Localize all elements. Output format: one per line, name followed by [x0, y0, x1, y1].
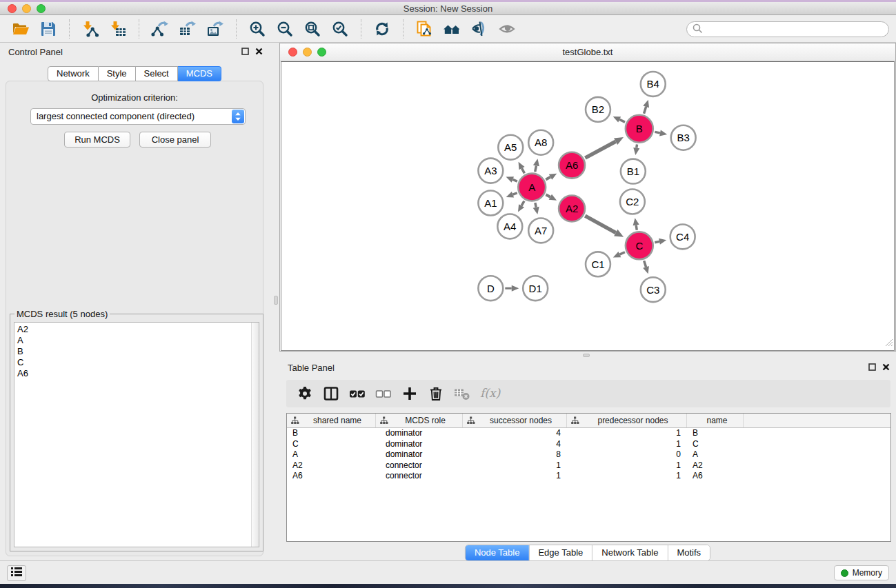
zoom-out-button[interactable]	[273, 18, 297, 40]
zoom-fit-button[interactable]	[301, 18, 324, 40]
graph-node[interactable]: A4	[497, 214, 522, 239]
table-cell[interactable]: A6	[287, 471, 376, 482]
graph-node[interactable]: C3	[641, 277, 666, 302]
table-cell[interactable]: dominator	[376, 428, 463, 439]
table-cell[interactable]: dominator	[376, 439, 463, 450]
graph-node[interactable]: B3	[671, 125, 696, 150]
table-cell[interactable]: A	[687, 449, 744, 460]
tab-node-table[interactable]: Node Table	[466, 545, 529, 560]
result-list-item[interactable]: A	[17, 335, 259, 346]
resize-grip-icon[interactable]	[885, 337, 893, 349]
nested-networks-button[interactable]	[440, 18, 464, 40]
graph-node[interactable]: A5	[498, 135, 523, 160]
show-all-button[interactable]	[495, 18, 519, 40]
graph-node[interactable]: A2	[559, 196, 585, 222]
open-folder-button[interactable]	[9, 18, 32, 40]
graph-node[interactable]: B1	[621, 159, 646, 184]
deselect-all-rows-button[interactable]	[373, 383, 394, 404]
table-cell[interactable]: A2	[687, 460, 744, 472]
graph-node[interactable]: A1	[478, 191, 503, 216]
clone-network-button[interactable]	[412, 18, 436, 40]
tab-network[interactable]: Network	[48, 66, 99, 81]
graph-node[interactable]: C1	[586, 252, 610, 276]
scrollbar[interactable]	[251, 323, 259, 547]
graph-node[interactable]: C	[626, 232, 653, 259]
memory-button[interactable]: Memory	[834, 565, 889, 580]
table-row[interactable]: A2connector11A2	[287, 460, 890, 472]
table-cell[interactable]: dominator	[376, 449, 463, 460]
graph-node[interactable]: A3	[478, 159, 503, 183]
table-cell[interactable]: 1	[463, 471, 567, 482]
table-cell[interactable]: 4	[463, 428, 567, 439]
table-cell[interactable]: A2	[287, 460, 376, 472]
zoom-in-button[interactable]	[246, 18, 269, 40]
table-cell[interactable]: A	[287, 449, 376, 460]
select-all-rows-button[interactable]	[347, 383, 368, 404]
export-image-button[interactable]	[203, 18, 227, 40]
result-list-item[interactable]: A6	[17, 368, 259, 379]
graph-node[interactable]: D1	[523, 276, 548, 301]
add-row-button[interactable]	[399, 383, 420, 404]
table-cell[interactable]: C	[687, 439, 744, 450]
table-cell[interactable]: 1	[463, 460, 567, 472]
table-cell[interactable]: 4	[463, 439, 567, 450]
table-cell[interactable]: B	[687, 428, 744, 439]
tab-select[interactable]: Select	[136, 66, 178, 81]
table-cell[interactable]: 1	[567, 460, 687, 472]
column-header-successor-nodes[interactable]: successor nodes	[463, 414, 567, 427]
graph-node[interactable]: B4	[641, 72, 666, 97]
float-panel-icon[interactable]	[241, 48, 249, 55]
graph-node[interactable]: A7	[528, 218, 553, 243]
import-network-button[interactable]	[79, 18, 102, 40]
graph-node[interactable]: B2	[586, 97, 610, 122]
table-row[interactable]: A6connector11A6	[287, 471, 890, 482]
export-network-button[interactable]	[148, 18, 172, 40]
float-panel-icon[interactable]	[868, 363, 876, 371]
table-cell[interactable]: B	[287, 428, 376, 439]
graph-node[interactable]: D	[478, 276, 503, 301]
close-panel-icon[interactable]	[882, 363, 890, 371]
run-mcds-button[interactable]: Run MCDS	[64, 132, 130, 148]
table-cell[interactable]: 8	[463, 449, 567, 460]
zoom-selected-button[interactable]	[328, 18, 352, 40]
criterion-dropdown[interactable]: largest connected component (directed)	[30, 108, 246, 125]
graph-node[interactable]: C4	[670, 224, 695, 249]
graph-node[interactable]: A6	[559, 152, 585, 179]
result-list-item[interactable]: B	[17, 346, 259, 357]
search-field[interactable]	[686, 21, 889, 37]
show-columns-button[interactable]	[321, 383, 341, 404]
save-session-button[interactable]	[37, 18, 60, 40]
graph-node[interactable]: A8	[528, 130, 553, 155]
import-table-button[interactable]	[106, 18, 130, 40]
table-cell[interactable]: 1	[567, 471, 687, 482]
apply-layout-button[interactable]	[370, 18, 394, 40]
hide-selected-button[interactable]	[468, 18, 491, 40]
export-table-button[interactable]	[176, 18, 199, 40]
vertical-splitter-handle[interactable]	[274, 296, 278, 305]
network-canvas[interactable]: AA1A2A3A4A5A6A7A8BB1B2B3B4CC1C2C3C4DD1	[281, 61, 895, 351]
graph-node[interactable]: A	[518, 174, 546, 201]
tab-style[interactable]: Style	[99, 66, 136, 81]
table-row[interactable]: Adominator80A	[287, 449, 890, 460]
result-list-item[interactable]: A2	[17, 324, 259, 335]
table-cell[interactable]: 0	[567, 449, 687, 460]
search-input[interactable]	[703, 23, 888, 36]
tab-mcds[interactable]: MCDS	[178, 66, 221, 81]
column-header-predecessor-nodes[interactable]: predecessor nodes	[567, 414, 687, 427]
graph-node[interactable]: B	[626, 115, 653, 143]
result-list-item[interactable]: C	[17, 357, 259, 368]
table-cell[interactable]: A6	[687, 471, 744, 482]
table-cell[interactable]: connector	[376, 460, 463, 472]
table-row[interactable]: Bdominator41B	[287, 428, 890, 439]
table-cell[interactable]: connector	[376, 471, 463, 482]
close-panel-icon[interactable]	[255, 48, 263, 55]
task-history-button[interactable]	[7, 565, 26, 581]
table-cell[interactable]: 1	[567, 428, 687, 439]
tab-edge-table[interactable]: Edge Table	[528, 545, 592, 560]
table-cell[interactable]: C	[287, 439, 376, 450]
table-settings-button[interactable]	[295, 383, 315, 404]
mcds-result-list[interactable]: A2ABCA6	[14, 322, 259, 547]
graph-node[interactable]: C2	[620, 190, 645, 214]
table-cell[interactable]: 1	[567, 439, 687, 450]
close-panel-button[interactable]: Close panel	[139, 132, 211, 148]
